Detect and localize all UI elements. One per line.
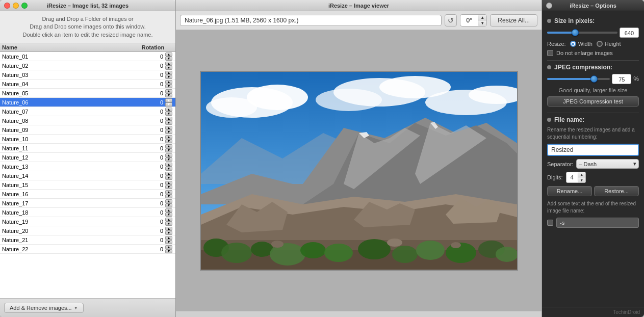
list-item-stepper-down[interactable]: ▼ [165,102,172,107]
list-item-stepper-down[interactable]: ▼ [165,157,172,162]
list-item-name: Nature_04 [2,81,139,87]
list-item-stepper-up[interactable]: ▲ [165,190,172,194]
list-item-stepper-down[interactable]: ▼ [165,249,172,253]
list-item-stepper-up[interactable]: ▲ [165,98,172,102]
width-radio[interactable]: Width [570,41,593,47]
list-item-stepper-up[interactable]: ▲ [165,52,172,57]
list-item-stepper-up[interactable]: ▲ [165,163,172,167]
list-item-stepper-up[interactable]: ▲ [165,108,172,112]
list-item-stepper-up[interactable]: ▲ [165,227,172,231]
list-item-stepper-up[interactable]: ▲ [165,71,172,75]
list-item-stepper-up[interactable]: ▲ [165,199,172,203]
list-item[interactable]: Nature_220▲▼ [0,245,175,254]
filename-input[interactable] [547,144,639,156]
jpeg-slider-track[interactable] [547,78,610,80]
list-item-stepper-down[interactable]: ▼ [165,213,172,217]
list-item[interactable]: Nature_140▲▼ [0,171,175,180]
list-item-stepper-down[interactable]: ▼ [165,240,172,244]
list-item-stepper-down[interactable]: ▼ [165,167,172,171]
list-item-stepper-up[interactable]: ▲ [165,62,172,66]
list-item-stepper-down[interactable]: ▼ [165,231,172,235]
size-slider-track[interactable] [547,32,617,34]
list-item-stepper-up[interactable]: ▲ [165,208,172,213]
list-item-stepper-down[interactable]: ▼ [165,185,172,189]
list-item[interactable]: Nature_040▲▼ [0,80,175,89]
jpeg-slider-thumb[interactable] [590,75,598,83]
list-item[interactable]: Nature_060▲▼ [0,98,175,107]
list-item-rotation: 0 [139,145,164,151]
list-item[interactable]: Nature_190▲▼ [0,217,175,226]
list-item-stepper-down[interactable]: ▼ [165,203,172,207]
list-item-stepper-down[interactable]: ▼ [165,57,172,61]
list-item-stepper-down[interactable]: ▼ [165,112,172,116]
list-item-stepper-up[interactable]: ▲ [165,245,172,249]
list-item-stepper-up[interactable]: ▲ [165,236,172,240]
minimize-button-list[interactable] [13,3,19,9]
list-item-stepper-down[interactable]: ▼ [165,121,172,125]
list-item-stepper-down[interactable]: ▼ [165,194,172,198]
separator-select[interactable]: – Dash ▾ [576,159,639,169]
list-item-stepper-up[interactable]: ▲ [165,172,172,176]
list-item[interactable]: Nature_160▲▼ [0,190,175,199]
list-item[interactable]: Nature_130▲▼ [0,162,175,171]
list-item[interactable]: Nature_050▲▼ [0,89,175,98]
list-item-stepper-down[interactable]: ▼ [165,222,172,226]
list-item-stepper-down[interactable]: ▼ [165,130,172,134]
list-item-stepper-down[interactable]: ▼ [165,75,172,79]
list-item[interactable]: Nature_080▲▼ [0,116,175,125]
list-item-stepper-up[interactable]: ▲ [165,126,172,130]
digits-down-button[interactable]: ▼ [578,177,585,182]
maximize-button-list[interactable] [21,3,28,9]
list-item[interactable]: Nature_020▲▼ [0,61,175,70]
list-item-stepper-up[interactable]: ▲ [165,135,172,139]
list-item[interactable]: Nature_210▲▼ [0,235,175,245]
list-item[interactable]: Nature_010▲▼ [0,52,175,61]
list-item-stepper-up[interactable]: ▲ [165,181,172,185]
list-item[interactable]: Nature_170▲▼ [0,199,175,208]
resize-all-button[interactable]: Resize All... [490,14,537,27]
list-item-stepper-down[interactable]: ▼ [165,139,172,143]
width-radio-button[interactable] [570,41,576,47]
digits-up-button[interactable]: ▲ [578,172,585,177]
suffix-input[interactable] [556,218,639,228]
list-item[interactable]: Nature_150▲▼ [0,180,175,190]
list-item-stepper-up[interactable]: ▲ [165,153,172,157]
list-item[interactable]: Nature_100▲▼ [0,135,175,144]
height-radio-button[interactable] [597,41,603,47]
list-item-stepper-up[interactable]: ▲ [165,144,172,148]
jpeg-compression-test-button[interactable]: JPEG Compression test [547,96,639,107]
list-item-stepper-down[interactable]: ▼ [165,66,172,70]
list-item-stepper-up[interactable]: ▲ [165,117,172,121]
close-button-options[interactable] [546,3,552,9]
list-item-stepper-down[interactable]: ▼ [165,148,172,152]
do-not-enlarge-checkbox[interactable] [547,50,553,56]
list-item[interactable]: Nature_180▲▼ [0,208,175,217]
list-item[interactable]: Nature_200▲▼ [0,226,175,235]
list-item-stepper-down[interactable]: ▼ [165,93,172,97]
suffix-checkbox[interactable] [547,220,553,226]
rename-button[interactable]: Rename... [547,186,592,196]
height-radio[interactable]: Height [597,41,621,47]
rotation-up-button[interactable]: ▲ [478,15,486,20]
jpeg-value-display[interactable]: 75 [612,74,631,84]
list-item[interactable]: Nature_090▲▼ [0,125,175,135]
size-value-display[interactable]: 640 [620,28,639,38]
size-slider-thumb[interactable] [572,29,579,36]
list-item[interactable]: Nature_110▲▼ [0,144,175,153]
list-item-stepper-up[interactable]: ▲ [165,80,172,84]
restore-button[interactable]: Restore... [594,186,639,196]
rotation-down-button[interactable]: ▼ [478,20,486,26]
list-item[interactable]: Nature_070▲▼ [0,107,175,116]
list-item-stepper-down[interactable]: ▼ [165,84,172,88]
list-item[interactable]: Nature_120▲▼ [0,153,175,162]
list-item[interactable]: Nature_030▲▼ [0,70,175,80]
list-item-stepper-down[interactable]: ▼ [165,176,172,180]
list-item-stepper-up[interactable]: ▲ [165,89,172,93]
image-list-scroll[interactable]: Nature_010▲▼Nature_020▲▼Nature_030▲▼Natu… [0,52,175,298]
size-section-header: Size in pixels: [547,17,639,24]
list-item-stepper-up[interactable]: ▲ [165,218,172,222]
viewer-scrollbar[interactable] [176,311,542,317]
close-button-list[interactable] [4,3,10,9]
add-remove-button[interactable]: Add & Remove images... ▼ [4,303,84,313]
refresh-button[interactable]: ↺ [445,14,457,27]
